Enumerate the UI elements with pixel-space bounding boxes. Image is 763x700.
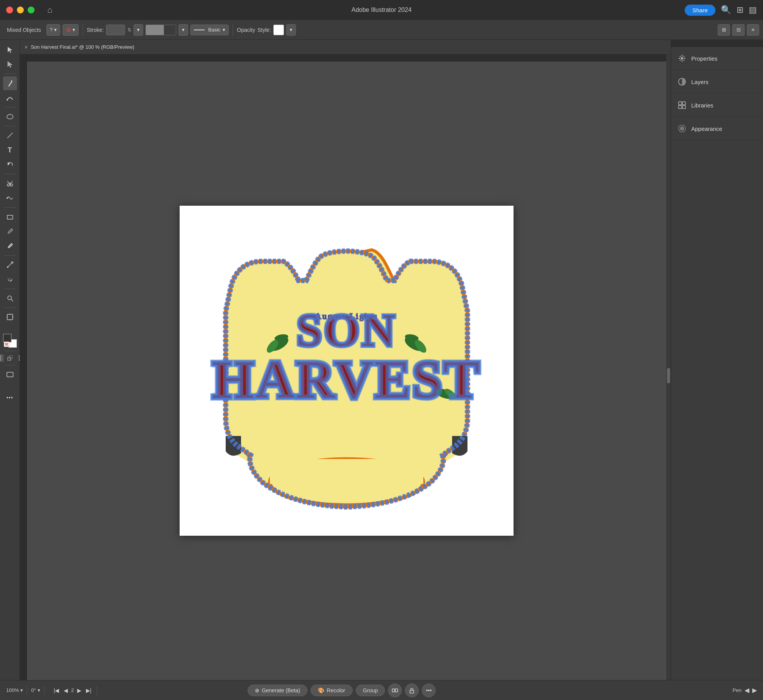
ellipse-tool[interactable]: [3, 110, 17, 124]
svg-point-57: [682, 128, 683, 129]
svg-rect-33: [7, 372, 13, 377]
panel-item-properties[interactable]: Properties: [671, 47, 763, 70]
properties-icon: [677, 54, 687, 63]
traffic-lights: [6, 7, 35, 13]
svg-line-22: [11, 299, 13, 301]
panel-item-libraries[interactable]: Libraries: [671, 94, 763, 117]
svg-line-5: [7, 133, 13, 138]
draw-normal-btn[interactable]: [0, 354, 4, 362]
more-tools-btn[interactable]: •••: [3, 391, 17, 404]
zoom-tool[interactable]: [3, 291, 17, 305]
app-title: Adobe Illustrator 2024: [352, 7, 412, 13]
maximize-button[interactable]: [28, 7, 35, 13]
svg-rect-59: [395, 689, 398, 692]
eyedropper-tool[interactable]: [3, 225, 17, 238]
stroke-label: Stroke:: [87, 27, 104, 33]
panel-item-layers[interactable]: Layers: [671, 70, 763, 94]
draw-behind-btn[interactable]: [5, 354, 15, 362]
undo-tool[interactable]: [3, 158, 17, 172]
eyedropper2-tool[interactable]: [3, 239, 17, 253]
direct-select-tool[interactable]: [3, 58, 17, 71]
generate-beta-button[interactable]: ⊕ Generate (Beta): [248, 685, 307, 696]
stroke-arrows-icon: ⇅: [127, 27, 131, 33]
lock-icon-btn[interactable]: [405, 683, 419, 697]
bottom-bar: 100% ▾ 0° ▾ |◀ ◀ 2 ▶ ▶| ⊕ Generate (Beta…: [0, 680, 763, 700]
question-mark-button[interactable]: ? ▾: [46, 24, 60, 36]
sidebar-icon[interactable]: ▤: [749, 5, 757, 15]
next-artboard-btn[interactable]: ▶: [76, 687, 83, 694]
nav-left-icon[interactable]: ◀: [745, 687, 749, 694]
blend-tool[interactable]: [3, 258, 17, 272]
stroke-value-input[interactable]: [106, 25, 125, 35]
pen-tool[interactable]: [3, 76, 17, 90]
close-button[interactable]: [6, 7, 13, 13]
basic-dropdown[interactable]: Basic ▾: [190, 25, 229, 35]
canvas-scroll-area[interactable]: SON August Lights HARVEST: [20, 54, 671, 680]
mixed-objects-label: Mixed Objects: [4, 27, 44, 33]
group-label: Group: [363, 687, 378, 693]
stroke-dropdown-btn[interactable]: ▾: [134, 24, 143, 36]
merge-icon-btn[interactable]: [388, 683, 402, 697]
rectangle-tool[interactable]: [3, 210, 17, 224]
right-panel: Properties Layers Libraries Appearance: [671, 40, 763, 680]
recolor-button[interactable]: 🎨 Recolor: [310, 685, 352, 696]
title-bar: ⌂ Adobe Illustrator 2024 Share 🔍 ⊞ ▤: [0, 0, 763, 20]
grid-view-icon[interactable]: ⊞: [737, 5, 743, 15]
svg-rect-51: [679, 102, 682, 105]
minimize-button[interactable]: [17, 7, 24, 13]
artboard-tool[interactable]: [3, 310, 17, 324]
tool-divider-2: [4, 107, 16, 107]
zoom-display: 100% ▾: [6, 687, 23, 693]
libraries-label: Libraries: [691, 102, 713, 109]
line-tool[interactable]: [3, 129, 17, 142]
toolbar-separator-1: [83, 24, 83, 36]
style-swatch[interactable]: [273, 25, 284, 35]
tab-close-button[interactable]: ×: [25, 44, 28, 50]
search-icon[interactable]: 🔍: [721, 5, 731, 15]
vertical-ruler: [20, 54, 27, 680]
svg-marker-0: [8, 47, 12, 53]
separator-3: [97, 686, 97, 695]
stroke-swatch-dropdown[interactable]: ▾: [178, 24, 188, 36]
toolbar-right-icons: ⊞ ⊟ ≡: [718, 24, 759, 36]
color-swatches[interactable]: [3, 334, 17, 348]
tool-divider-10: [4, 365, 16, 365]
scissors-tool[interactable]: [3, 177, 17, 190]
artboard[interactable]: SON August Lights HARVEST: [180, 206, 514, 536]
last-artboard-btn[interactable]: ▶|: [84, 687, 93, 694]
panel-item-appearance[interactable]: Appearance: [671, 117, 763, 140]
toolbar: Mixed Objects ? ▾ ⊘ ▾ Stroke: ⇅ ▾ ▾ Basi…: [0, 20, 763, 40]
nav-controls: |◀ ◀ 2 ▶ ▶|: [52, 687, 93, 694]
share-button[interactable]: Share: [685, 5, 715, 16]
vertical-scrollbar[interactable]: [666, 54, 671, 680]
nav-right-icon[interactable]: ▶: [752, 687, 757, 694]
angle-value: 0°: [31, 687, 36, 693]
grid-icon-btn[interactable]: ⊞: [718, 24, 730, 36]
svg-point-2: [11, 81, 12, 82]
align-icon-btn[interactable]: ⊟: [732, 24, 745, 36]
list-icon-btn[interactable]: ≡: [747, 24, 759, 36]
more-actions-btn[interactable]: •••: [422, 683, 436, 697]
type-tool[interactable]: T: [3, 143, 17, 157]
artwork-svg: SON August Lights HARVEST: [180, 206, 514, 536]
select-tool[interactable]: [3, 43, 17, 57]
group-button[interactable]: Group: [356, 685, 385, 696]
first-artboard-btn[interactable]: |◀: [52, 687, 61, 694]
style-dropdown-btn[interactable]: ▾: [286, 24, 296, 36]
warp-tool[interactable]: [3, 191, 17, 205]
screen-mode-btn[interactable]: [3, 368, 17, 381]
svg-point-4: [7, 114, 13, 119]
scrollbar-thumb[interactable]: [667, 368, 670, 383]
recolor-icon: 🎨: [318, 687, 324, 693]
prev-artboard-btn[interactable]: ◀: [62, 687, 69, 694]
stroke-swatch[interactable]: [145, 25, 176, 35]
home-button[interactable]: ⌂: [42, 2, 58, 18]
stroke-color-btn[interactable]: ⊘ ▾: [63, 24, 79, 36]
svg-point-19: [8, 278, 8, 279]
tool-divider-3: [4, 126, 16, 126]
curvature-tool[interactable]: [3, 91, 17, 105]
spray-tool[interactable]: [3, 272, 17, 286]
more-icon: •••: [426, 687, 432, 693]
svg-rect-28: [0, 356, 1, 360]
svg-point-17: [10, 278, 11, 279]
